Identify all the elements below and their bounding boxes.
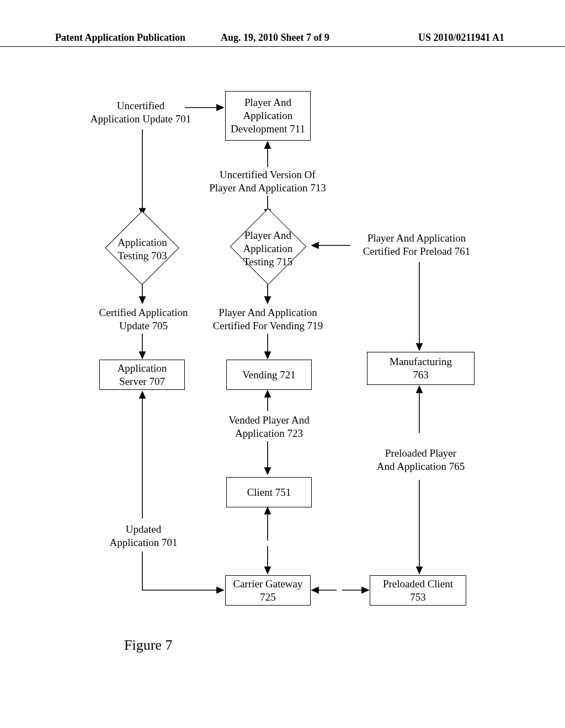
label-preloaded-pa: Preloaded Player And Application 765 xyxy=(367,447,475,473)
label-cert-preload: Player And Application Certified For Pre… xyxy=(353,232,480,258)
label-uncert-version: Uncertified Version Of Player And Applic… xyxy=(204,168,331,195)
label-pa-testing: Player And Application Testing 715 xyxy=(236,229,300,268)
header-left: Patent Application Publication xyxy=(55,32,185,44)
box-carrier-gateway: Carrier Gateway 725 xyxy=(225,575,311,606)
page-header: Patent Application Publication Aug. 19, … xyxy=(0,32,565,47)
label-cert-update: Certified Application Update 705 xyxy=(88,306,199,333)
label-updated-app: Updated Application 701 xyxy=(105,523,182,549)
label-app-testing: Application Testing 703 xyxy=(106,236,178,263)
label-uncert-update: Uncertified Application Update 701 xyxy=(86,99,196,126)
label-cert-vending: Player And Application Certified For Ven… xyxy=(209,306,327,333)
box-app-server: Application Server 707 xyxy=(99,360,185,390)
box-client: Client 751 xyxy=(226,477,312,507)
header-right: US 2010/0211941 A1 xyxy=(418,32,504,44)
box-vending: Vending 721 xyxy=(226,360,312,390)
figure-caption: Figure 7 xyxy=(124,637,172,654)
label-vended-pa: Vended Player And Application 723 xyxy=(218,414,320,440)
box-preloaded-client: Preloaded Client 753 xyxy=(370,575,466,606)
box-development: Player And Application Development 711 xyxy=(225,91,311,141)
box-manufacturing: Manufacturing 763 xyxy=(367,352,475,385)
header-mid: Aug. 19, 2010 Sheet 7 of 9 xyxy=(221,32,329,44)
diagram-canvas: Uncertified Application Update 701 Playe… xyxy=(0,77,565,684)
